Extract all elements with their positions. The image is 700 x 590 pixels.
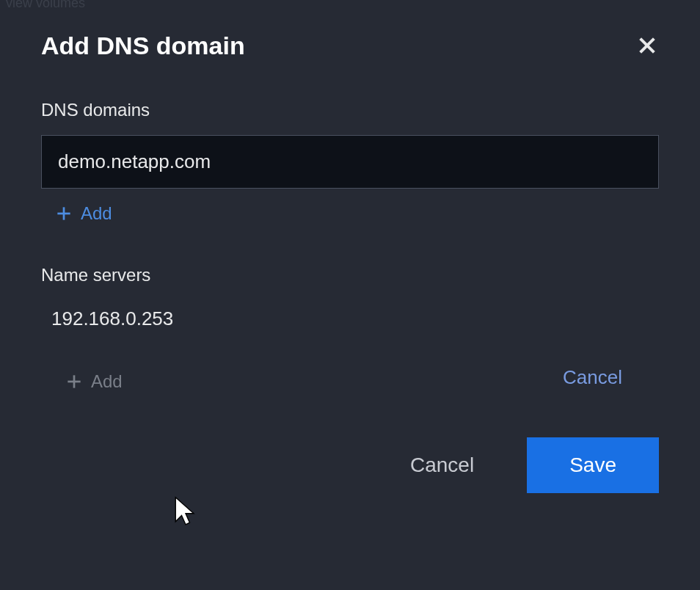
cancel-button[interactable]: Cancel [410, 454, 474, 477]
save-button[interactable]: Save [527, 437, 659, 493]
name-server-row: 192.168.0.253 Add Cancel [51, 307, 622, 392]
name-servers-label: Name servers [41, 265, 659, 285]
add-name-server-label: Add [91, 371, 123, 392]
add-dns-domain-button[interactable]: Add [54, 203, 659, 224]
close-icon [635, 34, 659, 57]
modal-header: Add DNS domain [0, 0, 700, 81]
add-dns-domain-modal: Add DNS domain DNS domains Add Name serv… [0, 0, 700, 590]
add-name-server-button[interactable]: Add [65, 371, 173, 392]
name-server-cancel-button[interactable]: Cancel [563, 366, 622, 389]
plus-icon [65, 372, 84, 391]
dns-domains-label: DNS domains [41, 100, 659, 120]
dns-domain-input[interactable] [41, 135, 659, 189]
modal-footer: Cancel Save [0, 437, 700, 493]
modal-title: Add DNS domain [41, 32, 245, 60]
name-server-value: 192.168.0.253 [51, 307, 173, 330]
add-dns-domain-label: Add [81, 203, 112, 224]
modal-body: DNS domains Add Name servers 192.168.0.2… [0, 100, 700, 392]
close-button[interactable] [630, 28, 665, 63]
plus-icon [54, 204, 73, 223]
background-text: view volumes [0, 0, 91, 14]
